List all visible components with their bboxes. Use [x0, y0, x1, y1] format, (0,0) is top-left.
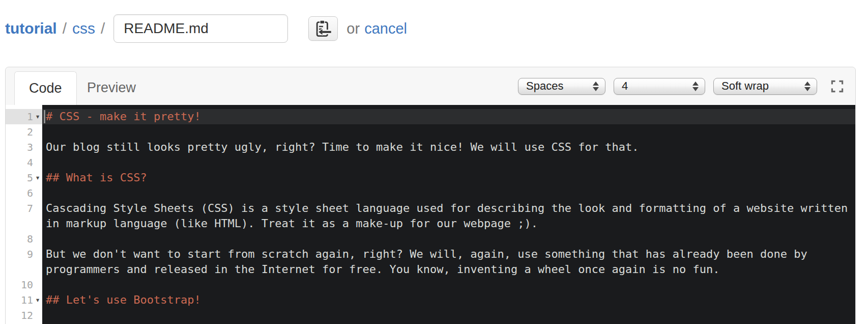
tab-code[interactable]: Code [14, 71, 77, 105]
fold-arrow-icon[interactable]: ▾ [33, 292, 42, 308]
code-text: Cascading Style Sheets (CSS) is a style … [46, 202, 848, 214]
gutter-row [6, 262, 42, 277]
code-text: Our blog still looks pretty ugly, right?… [46, 141, 639, 153]
line-number: 4 [6, 155, 33, 170]
fullscreen-button[interactable] [830, 79, 844, 93]
wrap-mode-value: Soft wrap [721, 79, 769, 93]
indent-mode-value: Spaces [526, 79, 563, 93]
line-number: 7 [6, 201, 33, 216]
line-number: 10 [6, 277, 33, 292]
code-line[interactable]: # CSS - make it pretty! [42, 109, 855, 124]
code-line[interactable] [42, 155, 855, 170]
line-number: 8 [6, 231, 33, 247]
gutter-row [6, 216, 42, 231]
select-stepper-icon [593, 82, 599, 91]
breadcrumb-repo-link[interactable]: tutorial [5, 20, 57, 37]
code-line[interactable] [42, 124, 855, 140]
code-line[interactable]: Cascading Style Sheets (CSS) is a style … [42, 201, 855, 216]
breadcrumb-separator: / [63, 20, 67, 37]
select-stepper-icon [692, 82, 699, 91]
editor-tabnav: Code Preview Spaces 4 Soft wrap [6, 67, 855, 105]
gutter-row: 7 [6, 201, 42, 216]
gutter-row: 9 [6, 247, 42, 262]
line-number: 5 [6, 170, 33, 185]
breadcrumb-folder-link[interactable]: css [72, 20, 95, 37]
code-line[interactable]: ## What is CSS? [42, 170, 855, 185]
cancel-link[interactable]: cancel [364, 20, 407, 37]
line-number: 2 [6, 124, 33, 140]
or-label: or [346, 20, 360, 37]
line-number: 6 [6, 185, 33, 201]
gutter-row: 3 [6, 140, 42, 155]
wrap-mode-select[interactable]: Soft wrap [713, 78, 817, 95]
code-text: in markup language (like HTML). Treat it… [46, 217, 538, 230]
code-text: # CSS - make it pretty! [46, 110, 201, 123]
line-number: 12 [6, 308, 33, 323]
code-text: But we don't want to start from scratch … [46, 248, 807, 260]
gutter-row: 10 [6, 277, 42, 292]
gutter-row: 1▾ [6, 109, 42, 124]
gutter-row: 11▾ [6, 292, 42, 308]
text-cursor [44, 110, 45, 123]
code-line[interactable]: But we don't want to start from scratch … [42, 247, 855, 262]
file-header: tutorial / css / or cancel [5, 0, 407, 57]
code-line[interactable]: ## Let's use Bootstrap! [42, 292, 855, 308]
line-number: 9 [6, 247, 33, 262]
indent-size-value: 4 [622, 79, 628, 93]
gutter-row: 6 [6, 185, 42, 201]
fullscreen-icon [830, 79, 844, 93]
tab-preview[interactable]: Preview [73, 71, 150, 105]
fold-arrow-icon[interactable]: ▾ [33, 170, 42, 185]
line-number: 1 [6, 109, 33, 124]
gutter-row: 12 [6, 308, 42, 323]
gutter-row: 5▾ [6, 170, 42, 185]
fold-arrow-icon[interactable]: ▾ [33, 109, 42, 124]
code-line[interactable] [42, 185, 855, 201]
code-line[interactable]: Our blog still looks pretty ugly, right?… [42, 140, 855, 155]
indent-size-select[interactable]: 4 [614, 78, 705, 95]
editor-gutter: 1▾2345▾67891011▾1213 [6, 105, 42, 324]
code-line[interactable]: programmers and released in the Internet… [42, 262, 855, 277]
filename-input[interactable] [113, 14, 288, 43]
editor-body: 1▾2345▾67891011▾1213 # CSS - make it pre… [6, 105, 855, 324]
file-editor: Code Preview Spaces 4 Soft wrap [5, 67, 856, 324]
indent-mode-select[interactable]: Spaces [518, 78, 605, 95]
code-line[interactable] [42, 308, 855, 323]
clipboard-arrow-icon [314, 19, 332, 38]
code-text: ## What is CSS? [46, 171, 147, 184]
line-number: 11 [6, 292, 33, 308]
gutter-row: 4 [6, 155, 42, 170]
gutter-row: 8 [6, 231, 42, 247]
code-line[interactable] [42, 231, 855, 247]
file-template-button[interactable] [308, 16, 338, 41]
gutter-row: 2 [6, 124, 42, 140]
code-line[interactable]: in markup language (like HTML). Treat it… [42, 216, 855, 231]
breadcrumb-separator: / [101, 20, 105, 37]
select-stepper-icon [804, 82, 811, 91]
line-number: 3 [6, 140, 33, 155]
code-line[interactable] [42, 277, 855, 292]
editor-code[interactable]: # CSS - make it pretty!Our blog still lo… [42, 105, 855, 324]
code-text: ## Let's use Bootstrap! [46, 293, 201, 306]
editor-controls: Spaces 4 Soft wrap [510, 67, 844, 105]
code-text: programmers and released in the Internet… [46, 263, 720, 276]
